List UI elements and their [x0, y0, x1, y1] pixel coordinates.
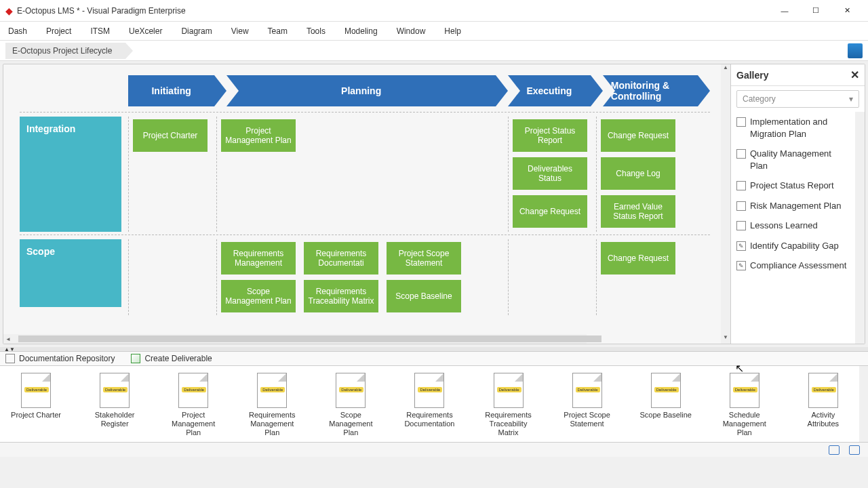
artifact-box[interactable]: Deliverables Status: [513, 157, 587, 190]
artifact-box[interactable]: Requirements Management: [221, 242, 296, 274]
menu-tools[interactable]: Tools: [307, 26, 326, 36]
app-title: E-Octopus LMS * - Visual Paradigm Enterp…: [17, 6, 769, 16]
scroll-up-icon[interactable]: ▲: [721, 64, 730, 74]
page-icon: Deliverable: [336, 373, 366, 408]
diagram-area: InitiatingPlanningExecutingMonitoring & …: [3, 64, 865, 344]
mail-icon[interactable]: [829, 445, 840, 455]
gallery-close-icon[interactable]: ✕: [850, 68, 859, 81]
artifact-box[interactable]: Change Request: [513, 195, 587, 228]
deliverable-badge: Deliverable: [24, 387, 49, 392]
repo-vertical-scrollbar[interactable]: [859, 366, 868, 442]
menu-diagram[interactable]: Diagram: [181, 26, 212, 36]
breadcrumb[interactable]: E-Octopus Project Lifecycle: [5, 43, 125, 59]
deliverable-badge: Deliverable: [103, 387, 127, 392]
artifact-box[interactable]: Project Charter: [133, 119, 208, 152]
artifact-box[interactable]: Project Status Report: [513, 119, 587, 152]
repository-tabbar: Documentation Repository Create Delivera…: [0, 351, 868, 366]
phase-planning[interactable]: Planning: [226, 75, 496, 106]
window-controls: — ☐ ✕: [769, 0, 863, 22]
menubar: DashProjectITSMUeXcelerDiagramViewTeamTo…: [0, 22, 868, 41]
artifact-box[interactable]: Earned Value Status Report: [601, 195, 675, 228]
scroll-down-icon[interactable]: ▼: [721, 334, 730, 344]
scroll-left-icon[interactable]: ◄: [3, 336, 13, 342]
horizontal-scrollbar[interactable]: ◄ ►: [3, 334, 587, 344]
deliverable-item[interactable]: DeliverableActivity Attributes: [797, 373, 850, 428]
deliverable-item[interactable]: DeliverableRequirements Management Plan: [245, 373, 298, 438]
artifact-box[interactable]: Project Scope Statement: [387, 242, 461, 274]
gallery-list: Implementation and Migration PlanQuality…: [731, 112, 855, 344]
deliverable-label: Activity Attributes: [797, 411, 850, 428]
page-icon: Deliverable: [257, 373, 287, 408]
canvas-viewport[interactable]: InitiatingPlanningExecutingMonitoring & …: [3, 64, 721, 344]
page-icon: Deliverable: [178, 373, 208, 408]
perspective-icon[interactable]: [848, 43, 863, 58]
gallery-scrollbar[interactable]: [855, 112, 865, 344]
gallery-item[interactable]: Quality Management Plan: [731, 144, 855, 176]
artifact-box[interactable]: Change Log: [601, 157, 675, 190]
note-icon[interactable]: [849, 445, 860, 455]
artifact-box[interactable]: Scope Baseline: [387, 280, 461, 312]
menu-help[interactable]: Help: [444, 26, 461, 36]
page-icon: Deliverable: [808, 373, 838, 408]
deliverable-item[interactable]: DeliverableStakeholder Register: [88, 373, 141, 428]
menu-team[interactable]: Team: [268, 26, 288, 36]
deliverable-badge: Deliverable: [260, 387, 285, 392]
deliverable-label: Requirements Traceability Matrix: [481, 411, 534, 438]
deliverable-item[interactable]: DeliverableScope Baseline: [639, 373, 692, 420]
edit-icon: ✎: [736, 261, 746, 270]
minimize-button[interactable]: —: [769, 0, 800, 22]
page-icon: Deliverable: [100, 373, 130, 408]
h-scroll-thumb[interactable]: [18, 336, 601, 342]
deliverable-label: Project Scope Statement: [561, 411, 614, 428]
close-button[interactable]: ✕: [831, 0, 863, 22]
phase-initiating[interactable]: Initiating: [128, 75, 214, 106]
row-header-scope[interactable]: Scope: [20, 239, 121, 307]
maximize-button[interactable]: ☐: [800, 0, 831, 22]
deliverable-item[interactable]: DeliverableProject Charter: [9, 373, 62, 420]
menu-window[interactable]: Window: [397, 26, 426, 36]
titlebar: ◆ E-Octopus LMS * - Visual Paradigm Ente…: [0, 0, 868, 22]
artifact-box[interactable]: Scope Management Plan: [221, 280, 296, 312]
diagram-vertical-scrollbar[interactable]: ▲ ▼: [721, 64, 730, 344]
deliverable-item[interactable]: DeliverableRequirements Documentation: [403, 373, 456, 428]
menu-view[interactable]: View: [231, 26, 249, 36]
row-header-integration[interactable]: Integration: [20, 117, 121, 232]
grid-icon: [5, 354, 15, 363]
menu-uexceler[interactable]: UeXceler: [129, 26, 162, 36]
artifact-box[interactable]: Change Request: [601, 242, 675, 274]
deliverable-item[interactable]: DeliverableProject Management Plan: [167, 373, 220, 438]
menu-project[interactable]: Project: [46, 26, 71, 36]
deliverable-repository: DeliverableProject CharterDeliverableSta…: [0, 366, 859, 442]
deliverable-item[interactable]: DeliverableSchedule Management Plan: [718, 373, 771, 438]
artifact-box[interactable]: Change Request: [601, 119, 675, 152]
gallery-item[interactable]: Risk Management Plan: [731, 196, 855, 216]
artifact-box[interactable]: Requirements Traceability Matrix: [304, 280, 378, 312]
deliverable-label: Requirements Documentation: [403, 411, 456, 428]
menu-itsm[interactable]: ITSM: [90, 26, 110, 36]
tab-documentation-repository[interactable]: Documentation Repository: [5, 354, 115, 363]
gallery-item[interactable]: Implementation and Migration Plan: [731, 112, 855, 144]
artifact-box[interactable]: Requirements Documentati: [304, 242, 378, 274]
gallery-item[interactable]: ✎Compliance Assessment: [731, 256, 855, 276]
menu-modeling[interactable]: Modeling: [344, 26, 378, 36]
gallery-category-select[interactable]: Category ▾: [736, 90, 859, 108]
page-icon: Deliverable: [730, 373, 760, 408]
phase-executing[interactable]: Executing: [508, 75, 591, 106]
document-icon: [736, 149, 746, 159]
gallery-item[interactable]: ✎Identify Capability Gap: [731, 236, 855, 256]
collapse-down-icon[interactable]: ▼: [9, 346, 15, 352]
breadcrumb-bar: E-Octopus Project Lifecycle: [0, 41, 868, 61]
menu-dash[interactable]: Dash: [8, 26, 27, 36]
gallery-item[interactable]: Project Status Report: [731, 176, 855, 196]
tab-create-deliverable[interactable]: Create Deliverable: [131, 354, 212, 363]
deliverable-badge: Deliverable: [654, 387, 679, 392]
gallery-item[interactable]: Lessons Learned: [731, 216, 855, 236]
deliverable-item[interactable]: DeliverableProject Scope Statement: [561, 373, 614, 428]
page-icon: Deliverable: [414, 373, 444, 408]
deliverable-item[interactable]: DeliverableScope Management Plan: [324, 373, 377, 438]
phase-monitoring-controlling[interactable]: Monitoring & Controlling: [603, 75, 698, 106]
artifact-box[interactable]: Project Management Plan: [221, 119, 296, 152]
deliverable-item[interactable]: DeliverableRequirements Traceability Mat…: [481, 373, 534, 438]
gallery-panel: Gallery ✕ Category ▾ Implementation and …: [730, 64, 865, 344]
collapse-up-icon[interactable]: ▲: [4, 346, 9, 352]
